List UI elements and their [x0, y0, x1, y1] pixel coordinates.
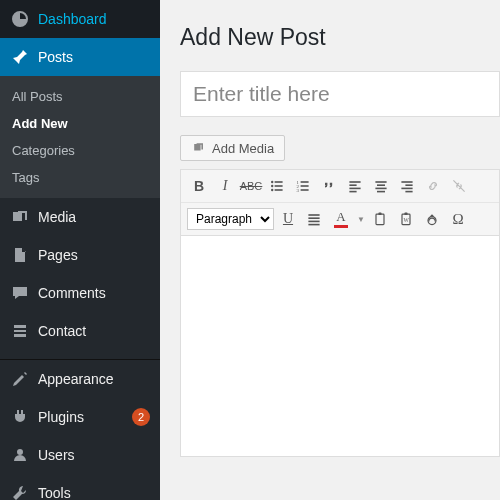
strikethrough-button[interactable]: ABC: [239, 174, 263, 198]
svg-point-0: [271, 181, 273, 183]
sidebar-submenu-posts: All Posts Add New Categories Tags: [0, 76, 160, 198]
numbered-list-button[interactable]: 123: [291, 174, 315, 198]
users-icon: [10, 445, 30, 465]
sidebar-item-label: Users: [38, 447, 150, 463]
svg-rect-17: [377, 184, 385, 186]
submenu-item-all-posts[interactable]: All Posts: [0, 83, 160, 110]
contact-icon: [10, 321, 30, 341]
svg-rect-7: [301, 181, 309, 183]
editor-toolbar-row-2: Paragraph U A ▼ W Ω: [181, 203, 499, 236]
sidebar-item-label: Plugins: [38, 409, 128, 425]
svg-rect-3: [275, 185, 283, 187]
svg-text:W: W: [404, 217, 410, 223]
add-media-button[interactable]: Add Media: [180, 135, 285, 161]
clear-formatting-button[interactable]: [420, 207, 444, 231]
submenu-item-add-new[interactable]: Add New: [0, 110, 160, 137]
sidebar-item-tools[interactable]: Tools: [0, 474, 160, 500]
blockquote-button[interactable]: [317, 174, 341, 198]
svg-text:3: 3: [297, 188, 300, 193]
sidebar-item-label: Appearance: [38, 371, 150, 387]
svg-rect-11: [301, 189, 309, 191]
svg-rect-24: [308, 214, 319, 216]
svg-rect-27: [308, 224, 319, 226]
align-right-button[interactable]: [395, 174, 419, 198]
svg-rect-15: [349, 191, 356, 193]
svg-rect-22: [401, 188, 412, 190]
svg-rect-5: [275, 189, 283, 191]
sidebar-item-comments[interactable]: Comments: [0, 274, 160, 312]
sidebar-item-label: Media: [38, 209, 150, 225]
sidebar-item-media[interactable]: Media: [0, 198, 160, 236]
align-left-button[interactable]: [343, 174, 367, 198]
link-button[interactable]: [421, 174, 445, 198]
svg-rect-9: [301, 185, 309, 187]
special-char-button[interactable]: Ω: [446, 207, 470, 231]
editor-toolbar-row-1: B I ABC 123: [181, 170, 499, 203]
dashboard-icon: [10, 9, 30, 29]
sidebar-item-users[interactable]: Users: [0, 436, 160, 474]
plugins-icon: [10, 407, 30, 427]
italic-button[interactable]: I: [213, 174, 237, 198]
sidebar-item-plugins[interactable]: Plugins 2: [0, 398, 160, 436]
svg-rect-21: [405, 184, 412, 186]
tools-icon: [10, 483, 30, 500]
sidebar-item-dashboard[interactable]: Dashboard: [0, 0, 160, 38]
svg-rect-14: [349, 188, 360, 190]
sidebar-item-label: Dashboard: [38, 11, 150, 27]
editor-textarea[interactable]: [181, 236, 499, 456]
main-content: Add New Post Add Media B I ABC 123 Parag…: [160, 0, 500, 500]
admin-sidebar: Dashboard Posts All Posts Add New Catego…: [0, 0, 160, 500]
text-color-button[interactable]: A: [328, 207, 354, 231]
sidebar-item-pages[interactable]: Pages: [0, 236, 160, 274]
svg-point-2: [271, 185, 273, 187]
sidebar-item-label: Posts: [38, 49, 150, 65]
sidebar-item-label: Tools: [38, 485, 150, 500]
submenu-item-tags[interactable]: Tags: [0, 164, 160, 191]
align-justify-button[interactable]: [302, 207, 326, 231]
submenu-item-categories[interactable]: Categories: [0, 137, 160, 164]
underline-button[interactable]: U: [276, 207, 300, 231]
sidebar-item-contact[interactable]: Contact: [0, 312, 160, 350]
svg-rect-18: [375, 188, 386, 190]
sidebar-item-appearance[interactable]: Appearance: [0, 360, 160, 398]
editor-container: B I ABC 123 Paragraph U A ▼ W Ω: [180, 169, 500, 457]
post-title-input[interactable]: [180, 71, 500, 117]
sidebar-item-posts[interactable]: Posts: [0, 38, 160, 76]
comments-icon: [10, 283, 30, 303]
svg-rect-16: [375, 181, 386, 183]
pin-icon: [10, 47, 30, 67]
svg-rect-23: [405, 191, 412, 193]
sidebar-item-label: Pages: [38, 247, 150, 263]
svg-rect-13: [349, 184, 356, 186]
appearance-icon: [10, 369, 30, 389]
svg-rect-28: [376, 214, 384, 224]
svg-rect-31: [404, 213, 407, 215]
paste-word-button[interactable]: W: [394, 207, 418, 231]
unlink-button[interactable]: [447, 174, 471, 198]
svg-rect-1: [275, 181, 283, 183]
paste-text-button[interactable]: [368, 207, 392, 231]
align-center-button[interactable]: [369, 174, 393, 198]
svg-rect-29: [378, 213, 381, 215]
svg-rect-12: [349, 181, 360, 183]
svg-point-4: [271, 189, 273, 191]
page-title: Add New Post: [180, 24, 500, 51]
bold-button[interactable]: B: [187, 174, 211, 198]
svg-rect-25: [308, 217, 319, 219]
svg-rect-26: [308, 221, 319, 223]
bullet-list-button[interactable]: [265, 174, 289, 198]
svg-rect-19: [377, 191, 385, 193]
add-media-label: Add Media: [212, 141, 274, 156]
svg-rect-20: [401, 181, 412, 183]
media-icon: [10, 207, 30, 227]
media-icon: [191, 140, 207, 156]
text-color-dropdown[interactable]: ▼: [356, 207, 366, 231]
format-select[interactable]: Paragraph: [187, 208, 274, 230]
update-badge: 2: [132, 408, 150, 426]
sidebar-item-label: Comments: [38, 285, 150, 301]
pages-icon: [10, 245, 30, 265]
sidebar-item-label: Contact: [38, 323, 150, 339]
